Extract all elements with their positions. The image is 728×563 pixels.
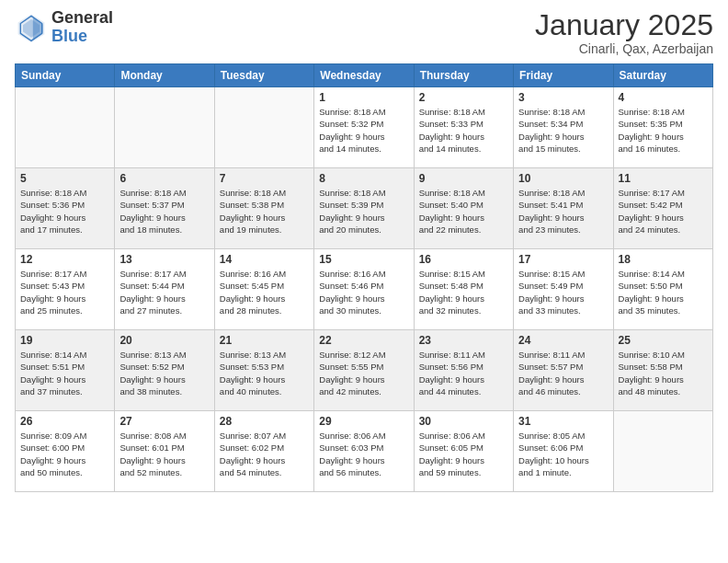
- day-info: Sunrise: 8:17 AM Sunset: 5:42 PM Dayligh…: [619, 187, 708, 236]
- day-number: 26: [20, 415, 109, 428]
- day-info: Sunrise: 8:13 AM Sunset: 5:53 PM Dayligh…: [220, 349, 309, 397]
- calendar-cell: 28Sunrise: 8:07 AM Sunset: 6:02 PM Dayli…: [214, 411, 313, 492]
- day-info: Sunrise: 8:18 AM Sunset: 5:33 PM Dayligh…: [419, 106, 508, 155]
- weekday-header-saturday: Saturday: [613, 64, 712, 87]
- calendar-cell: 22Sunrise: 8:12 AM Sunset: 5:55 PM Dayli…: [314, 330, 414, 411]
- day-number: 5: [20, 172, 109, 185]
- day-info: Sunrise: 8:13 AM Sunset: 5:52 PM Dayligh…: [119, 349, 209, 397]
- day-number: 30: [419, 415, 508, 428]
- calendar-week-row: 1Sunrise: 8:18 AM Sunset: 5:32 PM Daylig…: [16, 87, 713, 168]
- day-info: Sunrise: 8:14 AM Sunset: 5:50 PM Dayligh…: [619, 268, 708, 316]
- calendar-cell: 4Sunrise: 8:18 AM Sunset: 5:35 PM Daylig…: [613, 87, 712, 168]
- title-section: January 2025 Cinarli, Qax, Azerbaijan: [535, 9, 713, 56]
- day-info: Sunrise: 8:18 AM Sunset: 5:41 PM Dayligh…: [518, 187, 608, 236]
- weekday-header-thursday: Thursday: [414, 64, 513, 87]
- day-number: 19: [20, 334, 109, 347]
- day-number: 7: [220, 172, 309, 185]
- calendar-cell: 13Sunrise: 8:17 AM Sunset: 5:44 PM Dayli…: [115, 249, 214, 330]
- logo-text: General Blue: [51, 9, 113, 46]
- calendar-cell: 17Sunrise: 8:15 AM Sunset: 5:49 PM Dayli…: [514, 249, 613, 330]
- day-info: Sunrise: 8:18 AM Sunset: 5:40 PM Dayligh…: [419, 187, 508, 236]
- calendar-cell: 16Sunrise: 8:15 AM Sunset: 5:48 PM Dayli…: [414, 249, 513, 330]
- day-number: 18: [619, 253, 708, 266]
- day-info: Sunrise: 8:18 AM Sunset: 5:35 PM Dayligh…: [619, 106, 708, 155]
- day-number: 29: [319, 415, 408, 428]
- calendar-cell: 19Sunrise: 8:14 AM Sunset: 5:51 PM Dayli…: [16, 330, 115, 411]
- calendar-cell: 23Sunrise: 8:11 AM Sunset: 5:56 PM Dayli…: [414, 330, 513, 411]
- calendar-cell: 24Sunrise: 8:11 AM Sunset: 5:57 PM Dayli…: [514, 330, 613, 411]
- logo-icon: [15, 11, 48, 44]
- weekday-header-friday: Friday: [514, 64, 613, 87]
- calendar-cell: 8Sunrise: 8:18 AM Sunset: 5:39 PM Daylig…: [314, 168, 414, 249]
- location-title: Cinarli, Qax, Azerbaijan: [535, 41, 713, 56]
- calendar-cell: 3Sunrise: 8:18 AM Sunset: 5:34 PM Daylig…: [514, 87, 613, 168]
- calendar-cell: 20Sunrise: 8:13 AM Sunset: 5:52 PM Dayli…: [115, 330, 214, 411]
- day-info: Sunrise: 8:11 AM Sunset: 5:56 PM Dayligh…: [419, 349, 508, 397]
- calendar-cell: 29Sunrise: 8:06 AM Sunset: 6:03 PM Dayli…: [314, 411, 414, 492]
- calendar-cell: 7Sunrise: 8:18 AM Sunset: 5:38 PM Daylig…: [214, 168, 313, 249]
- day-number: 27: [119, 415, 209, 428]
- day-info: Sunrise: 8:15 AM Sunset: 5:48 PM Dayligh…: [419, 268, 508, 316]
- day-number: 11: [619, 172, 708, 185]
- day-info: Sunrise: 8:18 AM Sunset: 5:32 PM Dayligh…: [319, 106, 408, 155]
- day-number: 24: [518, 334, 608, 347]
- day-info: Sunrise: 8:10 AM Sunset: 5:58 PM Dayligh…: [619, 349, 708, 397]
- day-info: Sunrise: 8:18 AM Sunset: 5:39 PM Dayligh…: [319, 187, 408, 236]
- day-number: 8: [319, 172, 408, 185]
- day-number: 16: [419, 253, 508, 266]
- month-title: January 2025: [535, 9, 713, 41]
- day-info: Sunrise: 8:05 AM Sunset: 6:06 PM Dayligh…: [518, 430, 608, 478]
- calendar-table: SundayMondayTuesdayWednesdayThursdayFrid…: [15, 63, 713, 492]
- day-info: Sunrise: 8:18 AM Sunset: 5:36 PM Dayligh…: [20, 187, 109, 236]
- day-info: Sunrise: 8:14 AM Sunset: 5:51 PM Dayligh…: [20, 349, 109, 397]
- day-number: 2: [419, 91, 508, 104]
- calendar-cell: 2Sunrise: 8:18 AM Sunset: 5:33 PM Daylig…: [414, 87, 513, 168]
- calendar-cell: 26Sunrise: 8:09 AM Sunset: 6:00 PM Dayli…: [16, 411, 115, 492]
- logo-general: General: [51, 8, 113, 27]
- calendar-cell: 6Sunrise: 8:18 AM Sunset: 5:37 PM Daylig…: [115, 168, 214, 249]
- day-number: 4: [619, 91, 708, 104]
- day-info: Sunrise: 8:11 AM Sunset: 5:57 PM Dayligh…: [518, 349, 608, 397]
- weekday-header-monday: Monday: [115, 64, 214, 87]
- day-number: 15: [319, 253, 408, 266]
- day-info: Sunrise: 8:17 AM Sunset: 5:43 PM Dayligh…: [20, 268, 109, 316]
- day-number: 20: [119, 334, 209, 347]
- day-info: Sunrise: 8:06 AM Sunset: 6:03 PM Dayligh…: [319, 430, 408, 478]
- day-info: Sunrise: 8:15 AM Sunset: 5:49 PM Dayligh…: [518, 268, 608, 316]
- weekday-header-row: SundayMondayTuesdayWednesdayThursdayFrid…: [16, 64, 713, 87]
- calendar-cell: 30Sunrise: 8:06 AM Sunset: 6:05 PM Dayli…: [414, 411, 513, 492]
- calendar-cell: [214, 87, 313, 168]
- day-info: Sunrise: 8:17 AM Sunset: 5:44 PM Dayligh…: [119, 268, 209, 316]
- day-info: Sunrise: 8:09 AM Sunset: 6:00 PM Dayligh…: [20, 430, 109, 478]
- day-number: 1: [319, 91, 408, 104]
- logo: General Blue: [15, 9, 113, 46]
- day-number: 21: [220, 334, 309, 347]
- calendar-cell: 25Sunrise: 8:10 AM Sunset: 5:58 PM Dayli…: [613, 330, 712, 411]
- day-number: 14: [220, 253, 309, 266]
- calendar-cell: 10Sunrise: 8:18 AM Sunset: 5:41 PM Dayli…: [514, 168, 613, 249]
- day-info: Sunrise: 8:12 AM Sunset: 5:55 PM Dayligh…: [319, 349, 408, 397]
- day-number: 6: [119, 172, 209, 185]
- calendar-cell: [115, 87, 214, 168]
- day-number: 3: [518, 91, 608, 104]
- day-number: 22: [319, 334, 408, 347]
- calendar-cell: 1Sunrise: 8:18 AM Sunset: 5:32 PM Daylig…: [314, 87, 414, 168]
- day-info: Sunrise: 8:18 AM Sunset: 5:34 PM Dayligh…: [518, 106, 608, 155]
- weekday-header-sunday: Sunday: [16, 64, 115, 87]
- calendar-cell: 21Sunrise: 8:13 AM Sunset: 5:53 PM Dayli…: [214, 330, 313, 411]
- day-info: Sunrise: 8:18 AM Sunset: 5:38 PM Dayligh…: [220, 187, 309, 236]
- day-info: Sunrise: 8:16 AM Sunset: 5:46 PM Dayligh…: [319, 268, 408, 316]
- calendar-week-row: 12Sunrise: 8:17 AM Sunset: 5:43 PM Dayli…: [16, 249, 713, 330]
- day-number: 31: [518, 415, 608, 428]
- calendar-week-row: 26Sunrise: 8:09 AM Sunset: 6:00 PM Dayli…: [16, 411, 713, 492]
- day-number: 9: [419, 172, 508, 185]
- day-info: Sunrise: 8:08 AM Sunset: 6:01 PM Dayligh…: [119, 430, 209, 478]
- day-info: Sunrise: 8:07 AM Sunset: 6:02 PM Dayligh…: [220, 430, 309, 478]
- day-number: 17: [518, 253, 608, 266]
- calendar-cell: 18Sunrise: 8:14 AM Sunset: 5:50 PM Dayli…: [613, 249, 712, 330]
- calendar-cell: 15Sunrise: 8:16 AM Sunset: 5:46 PM Dayli…: [314, 249, 414, 330]
- calendar-cell: 11Sunrise: 8:17 AM Sunset: 5:42 PM Dayli…: [613, 168, 712, 249]
- day-number: 25: [619, 334, 708, 347]
- day-info: Sunrise: 8:18 AM Sunset: 5:37 PM Dayligh…: [119, 187, 209, 236]
- calendar-cell: 12Sunrise: 8:17 AM Sunset: 5:43 PM Dayli…: [16, 249, 115, 330]
